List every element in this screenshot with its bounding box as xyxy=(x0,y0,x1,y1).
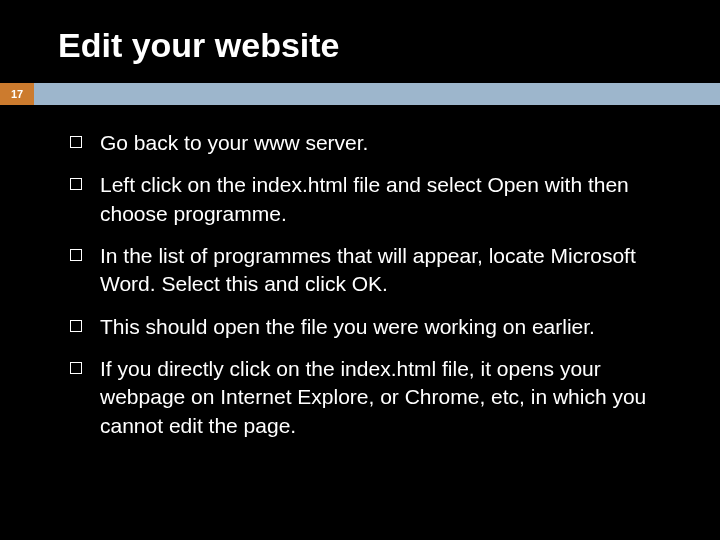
accent-bar: 17 xyxy=(0,83,720,105)
slide-title: Edit your website xyxy=(0,0,720,83)
bullet-text: Go back to your www server. xyxy=(100,129,670,157)
bullet-list: Go back to your www server. Left click o… xyxy=(0,105,720,440)
square-bullet-icon xyxy=(70,320,82,332)
bullet-text: This should open the file you were worki… xyxy=(100,313,670,341)
slide: Edit your website 17 Go back to your www… xyxy=(0,0,720,540)
list-item: Go back to your www server. xyxy=(70,129,670,157)
square-bullet-icon xyxy=(70,362,82,374)
list-item: This should open the file you were worki… xyxy=(70,313,670,341)
square-bullet-icon xyxy=(70,249,82,261)
list-item: In the list of programmes that will appe… xyxy=(70,242,670,299)
list-item: If you directly click on the index.html … xyxy=(70,355,670,440)
square-bullet-icon xyxy=(70,178,82,190)
bullet-text: Left click on the index.html file and se… xyxy=(100,171,670,228)
list-item: Left click on the index.html file and se… xyxy=(70,171,670,228)
bullet-text: In the list of programmes that will appe… xyxy=(100,242,670,299)
accent-stripe xyxy=(34,83,720,105)
bullet-text: If you directly click on the index.html … xyxy=(100,355,670,440)
page-number: 17 xyxy=(0,83,34,105)
square-bullet-icon xyxy=(70,136,82,148)
